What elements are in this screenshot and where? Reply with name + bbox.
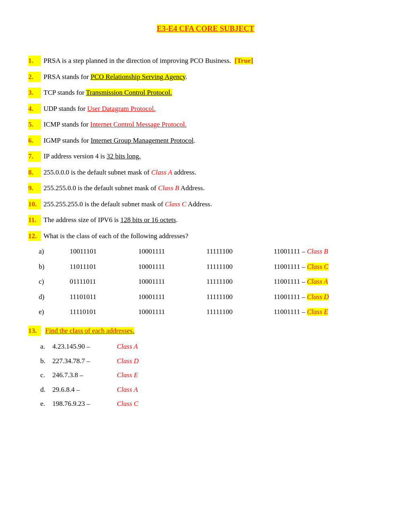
q13-label-a: a. <box>40 341 52 352</box>
title-container: E3-E4 CFA CORE SUBJECT <box>28 24 383 44</box>
q12-answer-c: Class A <box>307 278 328 285</box>
q4-text: UDP stands for User Datagram Protocol. <box>44 104 383 114</box>
q5-num: 5. <box>28 119 41 130</box>
q8-text: 255.0.0.0 is the default subnet mask of … <box>44 167 383 178</box>
q12-row-a: a) 10011101 10001111 11111100 11001111 –… <box>33 244 386 259</box>
q13-label-d: d. <box>40 384 52 395</box>
q6-text: IGMP stands for Internet Group Managemen… <box>44 135 383 146</box>
q12-row-d: d) 11101011 10001111 11111100 11001111 –… <box>33 290 386 304</box>
question-list: 1. PRSA is a step planned in the directi… <box>28 56 383 413</box>
q2-answer: PCO Relationship Serving Agency <box>91 73 185 81</box>
q11-num: 11. <box>28 215 41 225</box>
q13-ip-b: 227.34.78.7 – <box>52 356 117 366</box>
q11-answer: 128 bits or 16 octets <box>120 216 176 224</box>
q13-label-c: c. <box>40 370 52 380</box>
q13-row-e: e. 198.76.9.23 – Class C <box>40 399 139 409</box>
q12-answer-e: Class E <box>307 308 328 316</box>
q13-ip-d: 29.6.8.4 – <box>52 384 117 395</box>
question-3: 3. TCP stands for Transmission Control P… <box>28 87 383 98</box>
q13-num: 13. <box>28 326 41 336</box>
q12-row-e: e) 11110101 10001111 11111100 11001111 –… <box>33 305 386 319</box>
q5-text: ICMP stands for Internet Control Message… <box>44 119 383 130</box>
page-title: E3-E4 CFA CORE SUBJECT <box>157 24 254 33</box>
q9-num: 9. <box>28 183 41 193</box>
q13-title: Find the class of each addresses. <box>44 326 134 336</box>
question-1: 1. PRSA is a step planned in the directi… <box>28 56 383 66</box>
q3-text: TCP stands for Transmission Control Prot… <box>44 87 383 98</box>
q2-num: 2. <box>28 72 41 82</box>
q2-text: PRSA stands for PCO Relationship Serving… <box>44 72 383 82</box>
q13-sub-list: a. 4.23.145.90 – Class A b. 227.34.78.7 … <box>40 341 139 413</box>
q1-text: PRSA is a step planned in the direction … <box>44 56 383 66</box>
q13-answer-c: Class E <box>117 370 138 380</box>
q1-answer: [True] <box>235 57 253 64</box>
q13-ip-c: 246.7.3.8 – <box>52 370 117 380</box>
q13-row-a: a. 4.23.145.90 – Class A <box>40 341 139 352</box>
question-8: 8. 255.0.0.0 is the default subnet mask … <box>28 167 383 178</box>
question-13: 13. Find the class of each addresses. a.… <box>28 326 383 413</box>
q4-num: 4. <box>28 104 41 114</box>
q8-answer: Class A <box>151 168 172 176</box>
question-10: 10. 255.255.255.0 is the default subnet … <box>28 199 383 210</box>
q13-answer-e: Class C <box>117 399 138 409</box>
question-7: 7. IP address version 4 is 32 bits long. <box>28 151 383 162</box>
question-5: 5. ICMP stands for Internet Control Mess… <box>28 119 383 130</box>
q12-num: 12. <box>28 231 41 241</box>
q13-row-b: b. 227.34.78.7 – Class D <box>40 356 139 366</box>
q6-answer: Internet Group Management Protocol <box>91 137 193 144</box>
q7-answer: 32 bits long. <box>107 152 141 160</box>
q7-num: 7. <box>28 151 41 162</box>
q10-answer: Class C <box>165 200 186 208</box>
q13-title-text: Find the class of each addresses. <box>45 327 134 335</box>
question-11: 11. The address size of IPV6 is 128 bits… <box>28 215 383 225</box>
question-6: 6. IGMP stands for Internet Group Manage… <box>28 135 383 146</box>
q13-label-b: b. <box>40 356 52 366</box>
q13-ip-a: 4.23.145.90 – <box>52 341 117 352</box>
q12-text: What is the class of each of the followi… <box>44 231 188 241</box>
q9-text: 255.255.0.0 is the default subnet mask o… <box>44 183 383 193</box>
q13-answer-a: Class A <box>117 341 138 352</box>
question-4: 4. UDP stands for User Datagram Protocol… <box>28 104 383 114</box>
question-12: 12. What is the class of each of the fol… <box>28 231 383 320</box>
q13-ip-e: 198.76.9.23 – <box>52 399 117 409</box>
q9-answer: Class B <box>158 184 179 192</box>
q6-num: 6. <box>28 135 41 146</box>
q10-num: 10. <box>28 199 41 210</box>
q1-num: 1. <box>28 56 41 66</box>
q3-num: 3. <box>28 87 41 98</box>
q12-table: a) 10011101 10001111 11111100 11001111 –… <box>32 243 387 320</box>
q12-answer-d: Class D <box>307 293 329 301</box>
q12-answer-b: Class C <box>307 263 328 270</box>
q13-row-d: d. 29.6.8.4 – Class A <box>40 384 139 395</box>
question-9: 9. 255.255.0.0 is the default subnet mas… <box>28 183 383 193</box>
q3-answer: Transmission Control Protocol. <box>86 89 172 96</box>
q8-num: 8. <box>28 167 41 178</box>
q12-answer-a: Class B <box>307 247 328 255</box>
question-2: 2. PRSA stands for PCO Relationship Serv… <box>28 72 383 82</box>
q4-answer: User Datagram Protocol. <box>87 105 155 112</box>
q10-text: 255.255.255.0 is the default subnet mask… <box>44 199 383 210</box>
q12-row-b: b) 11011101 10001111 11111100 11001111 –… <box>33 260 386 274</box>
q11-text: The address size of IPV6 is 128 bits or … <box>44 215 383 225</box>
q12-row-c: c) 01111011 10001111 11111100 11001111 –… <box>33 274 386 289</box>
q13-label-e: e. <box>40 399 52 409</box>
q13-answer-b: Class D <box>117 356 139 366</box>
q7-text: IP address version 4 is 32 bits long. <box>44 151 383 162</box>
q13-answer-d: Class A <box>117 384 138 395</box>
q13-row-c: c. 246.7.3.8 – Class E <box>40 370 139 380</box>
q5-answer: Internet Control Message Protocol. <box>90 121 187 128</box>
